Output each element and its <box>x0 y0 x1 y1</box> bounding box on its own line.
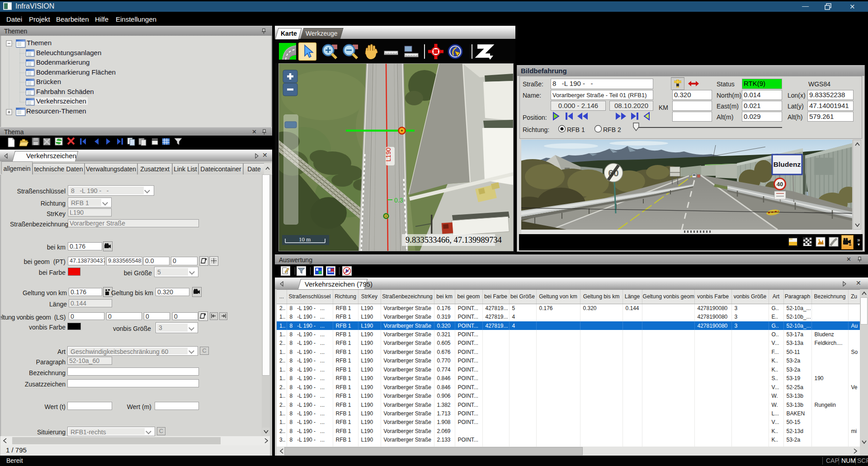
svg-text:L190: L190 <box>385 147 392 161</box>
svg-text:9.833533466, 47.139989734: 9.833533466, 47.139989734 <box>406 235 502 245</box>
svg-text:0.3: 0.3 <box>394 197 403 204</box>
svg-text:40: 40 <box>777 181 783 188</box>
svg-text:Bludenz: Bludenz <box>774 160 801 168</box>
svg-text:10 m: 10 m <box>299 236 311 243</box>
